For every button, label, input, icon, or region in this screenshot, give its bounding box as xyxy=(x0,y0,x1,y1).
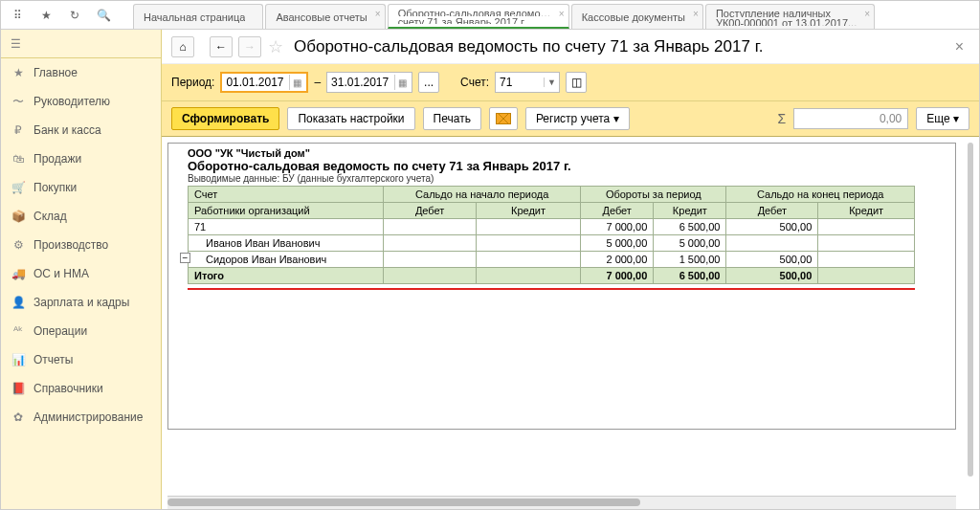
sidebar-label: Администрирование xyxy=(33,410,143,424)
sidebar-icon: 📦 xyxy=(11,210,26,223)
scrollbar-h[interactable] xyxy=(167,496,956,509)
report-title: Оборотно-сальдовая ведомость по счету 71… xyxy=(188,159,936,173)
sidebar-icon: 🚚 xyxy=(11,267,26,280)
generate-button[interactable]: Сформировать xyxy=(171,107,279,130)
sidebar-item-9[interactable]: ᴬᵏОперации xyxy=(1,317,161,345)
page-title: Оборотно-сальдовая ведомость по счету 71… xyxy=(294,37,944,56)
favorite-icon[interactable]: ☆ xyxy=(267,38,284,55)
tab-advance[interactable]: Авансовые отчеты × xyxy=(265,4,385,29)
total-row: Итого 7 000,006 500,00 500,00 xyxy=(189,268,915,284)
sidebar: ☰ ★Главное〜Руководителю₽Банк и касса🛍Про… xyxy=(1,30,162,509)
sidebar-label: Склад xyxy=(33,210,67,223)
sidebar-label: Покупки xyxy=(33,181,77,194)
mail-icon xyxy=(496,113,511,124)
sidebar-icon: 📊 xyxy=(11,353,26,366)
close-icon[interactable]: × xyxy=(559,9,565,19)
home-button[interactable]: ⌂ xyxy=(171,36,194,57)
sidebar-icon: 📕 xyxy=(11,382,26,395)
close-icon[interactable]: × xyxy=(864,9,870,19)
period-bar: Период: ▦ – ▦ ... Счет: ▼ ◫ xyxy=(162,64,979,101)
sidebar-item-2[interactable]: ₽Банк и касса xyxy=(1,116,161,144)
history-icon[interactable]: ↻ xyxy=(66,7,83,24)
action-bar: Сформировать Показать настройки Печать Р… xyxy=(162,101,979,137)
sidebar-item-10[interactable]: 📊Отчеты xyxy=(1,345,161,374)
close-icon[interactable]: × xyxy=(693,9,699,19)
sidebar-icon: ★ xyxy=(11,66,26,79)
main-area: ⌂ ← → ☆ Оборотно-сальдовая ведомость по … xyxy=(162,30,979,509)
sidebar-label: Руководителю xyxy=(33,95,110,108)
sidebar-icon: ⚙ xyxy=(11,238,26,252)
sidebar-item-12[interactable]: ✿Администрирование xyxy=(1,403,161,432)
sidebar-item-3[interactable]: 🛍Продажи xyxy=(1,144,161,173)
period-label: Период: xyxy=(171,76,214,89)
table-row[interactable]: Иванов Иван Иванович5 000,005 000,00 xyxy=(189,235,915,252)
sum-input[interactable] xyxy=(793,108,908,129)
table-row[interactable]: 717 000,006 500,00500,00 xyxy=(189,219,915,235)
sidebar-icon: 🛍 xyxy=(11,152,26,166)
scrollbar-v[interactable] xyxy=(968,143,973,477)
report-org: ООО "УК "Чистый дом" xyxy=(188,147,936,159)
chevron-down-icon[interactable]: ▼ xyxy=(544,78,559,87)
sidebar-icon: ✿ xyxy=(11,410,26,424)
top-toolbar: ⠿ ★ ↻ 🔍 Начальная страница Авансовые отч… xyxy=(1,1,979,30)
sigma-icon: Σ xyxy=(778,111,787,126)
sidebar-item-4[interactable]: 🛒Покупки xyxy=(1,173,161,202)
sidebar-item-5[interactable]: 📦Склад xyxy=(1,202,161,231)
sidebar-label: Операции xyxy=(33,324,87,338)
date-to-wrap: ▦ xyxy=(326,72,412,93)
settings-button[interactable]: Показать настройки xyxy=(287,107,414,130)
period-picker-button[interactable]: ... xyxy=(418,72,439,93)
sidebar-item-7[interactable]: 🚚ОС и НМА xyxy=(1,259,161,288)
registry-button[interactable]: Регистр учета ▾ xyxy=(525,107,630,130)
close-icon[interactable]: × xyxy=(375,9,381,19)
tabs-bar: Начальная страница Авансовые отчеты × Об… xyxy=(133,1,971,29)
date-from-input[interactable] xyxy=(226,76,289,89)
calendar-icon[interactable]: ▦ xyxy=(394,75,410,90)
close-button[interactable]: × xyxy=(949,38,969,55)
calendar-icon[interactable]: ▦ xyxy=(289,75,304,90)
date-from-wrap: ▦ xyxy=(220,72,308,93)
sidebar-label: Справочники xyxy=(33,382,103,395)
tab-cash[interactable]: Кассовые документы × xyxy=(571,4,703,29)
account-input[interactable] xyxy=(496,76,544,89)
sidebar-label: Зарплата и кадры xyxy=(33,296,129,309)
forward-button[interactable]: → xyxy=(238,36,261,57)
sidebar-icon: 👤 xyxy=(11,296,26,309)
star-icon[interactable]: ★ xyxy=(37,7,55,24)
tab-report[interactable]: Оборотно-сальдовая ведомость по счету 71… xyxy=(388,4,569,29)
report-subtitle: Выводимые данные: БУ (данные бухгалтерск… xyxy=(188,173,936,184)
sidebar-icon: 🛒 xyxy=(11,181,26,194)
print-button[interactable]: Печать xyxy=(423,107,481,130)
sidebar-label: ОС и НМА xyxy=(33,267,89,280)
back-button[interactable]: ← xyxy=(210,36,233,57)
sidebar-item-8[interactable]: 👤Зарплата и кадры xyxy=(1,288,161,317)
sidebar-label: Продажи xyxy=(33,152,81,166)
report-area: ООО "УК "Чистый дом" Оборотно-сальдовая … xyxy=(162,137,979,496)
search-icon[interactable]: 🔍 xyxy=(95,7,112,24)
title-row: ⌂ ← → ☆ Оборотно-сальдовая ведомость по … xyxy=(162,30,979,64)
account-lookup-button[interactable]: ◫ xyxy=(566,72,587,93)
tab-receipt[interactable]: Поступление наличных УК00-000001 от 13.0… xyxy=(705,4,875,29)
sidebar-icon: ₽ xyxy=(11,123,26,137)
sidebar-label: Отчеты xyxy=(33,353,73,366)
account-label: Счет: xyxy=(460,76,489,89)
sidebar-item-6[interactable]: ⚙Производство xyxy=(1,231,161,259)
sidebar-icon: 〜 xyxy=(11,94,26,110)
account-input-wrap: ▼ xyxy=(495,72,560,93)
sidebar-item-1[interactable]: 〜Руководителю xyxy=(1,87,161,116)
mail-button[interactable] xyxy=(489,107,518,130)
sidebar-label: Производство xyxy=(33,238,108,252)
report-table: Счет Сальдо на начало периода Обороты за… xyxy=(188,186,915,284)
burger-icon[interactable]: ☰ xyxy=(1,30,161,58)
more-button[interactable]: Еще ▾ xyxy=(916,107,969,130)
sidebar-label: Главное xyxy=(33,66,78,79)
tab-start[interactable]: Начальная страница xyxy=(133,4,263,29)
sidebar-item-11[interactable]: 📕Справочники xyxy=(1,374,161,403)
apps-icon[interactable]: ⠿ xyxy=(9,7,26,24)
sidebar-icon: ᴬᵏ xyxy=(11,324,26,338)
collapse-toggle[interactable]: − xyxy=(180,253,190,263)
table-row[interactable]: Сидоров Иван Иванович2 000,001 500,00500… xyxy=(189,252,915,268)
sidebar-item-0[interactable]: ★Главное xyxy=(1,58,161,87)
sidebar-label: Банк и касса xyxy=(33,123,101,137)
date-to-input[interactable] xyxy=(331,76,394,89)
